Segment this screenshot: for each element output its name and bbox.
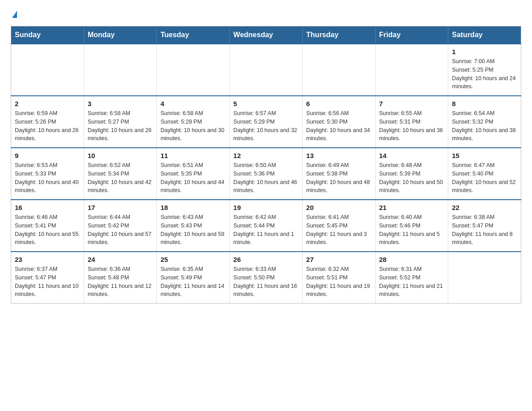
day-info: Sunrise: 6:52 AMSunset: 5:34 PMDaylight:… [88,161,153,195]
day-cell [375,44,448,96]
day-info: Sunrise: 6:37 AMSunset: 5:47 PMDaylight:… [15,265,80,299]
day-info: Sunrise: 6:58 AMSunset: 5:27 PMDaylight:… [88,109,153,143]
day-info: Sunrise: 6:36 AMSunset: 5:48 PMDaylight:… [88,265,153,299]
week-row-4: 16Sunrise: 6:46 AMSunset: 5:41 PMDayligh… [11,200,521,252]
day-cell: 25Sunrise: 6:35 AMSunset: 5:49 PMDayligh… [157,252,230,304]
day-cell: 23Sunrise: 6:37 AMSunset: 5:47 PMDayligh… [11,252,84,304]
day-header-sunday: Sunday [11,26,84,44]
day-info: Sunrise: 6:35 AMSunset: 5:49 PMDaylight:… [160,265,226,299]
day-cell: 8Sunrise: 6:54 AMSunset: 5:32 PMDaylight… [448,96,521,148]
day-header-saturday: Saturday [448,26,521,44]
day-cell: 4Sunrise: 6:58 AMSunset: 5:28 PMDaylight… [157,96,230,148]
day-cell [84,44,157,96]
logo [11,11,17,19]
day-number: 16 [15,204,80,211]
day-header-friday: Friday [375,26,448,44]
week-row-1: 1Sunrise: 7:00 AMSunset: 5:25 PMDaylight… [11,44,521,96]
day-number: 15 [452,152,517,159]
day-cell: 10Sunrise: 6:52 AMSunset: 5:34 PMDayligh… [84,148,157,200]
day-info: Sunrise: 6:49 AMSunset: 5:38 PMDaylight:… [306,161,372,195]
day-number: 19 [233,204,299,211]
day-cell [302,44,375,96]
day-info: Sunrise: 6:57 AMSunset: 5:29 PMDaylight:… [233,109,299,143]
day-cell: 9Sunrise: 6:53 AMSunset: 5:33 PMDaylight… [11,148,84,200]
day-cell [11,44,84,96]
day-number: 25 [160,256,226,263]
day-number: 24 [88,256,153,263]
week-row-3: 9Sunrise: 6:53 AMSunset: 5:33 PMDaylight… [11,148,521,200]
day-number: 28 [379,256,445,263]
day-cell: 21Sunrise: 6:40 AMSunset: 5:46 PMDayligh… [375,200,448,252]
logo-triangle-icon [12,11,17,18]
day-info: Sunrise: 6:55 AMSunset: 5:31 PMDaylight:… [379,109,445,143]
calendar-table: SundayMondayTuesdayWednesdayThursdayFrid… [11,26,521,304]
day-info: Sunrise: 6:33 AMSunset: 5:50 PMDaylight:… [233,265,299,299]
days-of-week-row: SundayMondayTuesdayWednesdayThursdayFrid… [11,26,521,44]
day-header-monday: Monday [84,26,157,44]
day-cell: 27Sunrise: 6:32 AMSunset: 5:51 PMDayligh… [302,252,375,304]
day-info: Sunrise: 6:32 AMSunset: 5:51 PMDaylight:… [306,265,372,299]
day-number: 21 [379,204,445,211]
day-number: 5 [233,100,299,107]
day-number: 14 [379,152,445,159]
day-number: 20 [306,204,372,211]
day-cell: 19Sunrise: 6:42 AMSunset: 5:44 PMDayligh… [230,200,303,252]
day-info: Sunrise: 6:59 AMSunset: 5:26 PMDaylight:… [15,109,80,143]
day-header-thursday: Thursday [302,26,375,44]
day-info: Sunrise: 6:53 AMSunset: 5:33 PMDaylight:… [15,161,80,195]
day-number: 9 [15,152,80,159]
day-number: 26 [233,256,299,263]
day-info: Sunrise: 7:00 AMSunset: 5:25 PMDaylight:… [452,57,517,91]
day-cell: 15Sunrise: 6:47 AMSunset: 5:40 PMDayligh… [448,148,521,200]
day-info: Sunrise: 6:58 AMSunset: 5:28 PMDaylight:… [160,109,226,143]
day-header-wednesday: Wednesday [230,26,303,44]
week-row-2: 2Sunrise: 6:59 AMSunset: 5:26 PMDaylight… [11,96,521,148]
day-cell: 2Sunrise: 6:59 AMSunset: 5:26 PMDaylight… [11,96,84,148]
day-number: 1 [452,48,517,56]
page-header [11,11,521,19]
day-number: 17 [88,204,153,211]
week-row-5: 23Sunrise: 6:37 AMSunset: 5:47 PMDayligh… [11,252,521,304]
day-number: 12 [233,152,299,159]
day-info: Sunrise: 6:44 AMSunset: 5:42 PMDaylight:… [88,213,153,247]
calendar-header: SundayMondayTuesdayWednesdayThursdayFrid… [11,26,521,44]
day-cell: 5Sunrise: 6:57 AMSunset: 5:29 PMDaylight… [230,96,303,148]
day-info: Sunrise: 6:56 AMSunset: 5:30 PMDaylight:… [306,109,372,143]
day-info: Sunrise: 6:50 AMSunset: 5:36 PMDaylight:… [233,161,299,195]
day-cell: 22Sunrise: 6:38 AMSunset: 5:47 PMDayligh… [448,200,521,252]
day-number: 23 [15,256,80,263]
day-number: 10 [88,152,153,159]
day-number: 11 [160,152,226,159]
day-cell [157,44,230,96]
day-info: Sunrise: 6:42 AMSunset: 5:44 PMDaylight:… [233,213,299,247]
day-number: 8 [452,100,517,107]
day-cell: 18Sunrise: 6:43 AMSunset: 5:43 PMDayligh… [157,200,230,252]
day-header-tuesday: Tuesday [157,26,230,44]
day-number: 27 [306,256,372,263]
day-cell: 14Sunrise: 6:48 AMSunset: 5:39 PMDayligh… [375,148,448,200]
day-cell: 28Sunrise: 6:31 AMSunset: 5:52 PMDayligh… [375,252,448,304]
day-cell: 12Sunrise: 6:50 AMSunset: 5:36 PMDayligh… [230,148,303,200]
day-cell: 26Sunrise: 6:33 AMSunset: 5:50 PMDayligh… [230,252,303,304]
day-number: 22 [452,204,517,211]
day-number: 3 [88,100,153,107]
day-number: 7 [379,100,445,107]
day-cell: 6Sunrise: 6:56 AMSunset: 5:30 PMDaylight… [302,96,375,148]
day-cell: 7Sunrise: 6:55 AMSunset: 5:31 PMDaylight… [375,96,448,148]
day-info: Sunrise: 6:54 AMSunset: 5:32 PMDaylight:… [452,109,517,143]
day-info: Sunrise: 6:40 AMSunset: 5:46 PMDaylight:… [379,213,445,247]
day-cell: 24Sunrise: 6:36 AMSunset: 5:48 PMDayligh… [84,252,157,304]
day-cell: 20Sunrise: 6:41 AMSunset: 5:45 PMDayligh… [302,200,375,252]
day-info: Sunrise: 6:41 AMSunset: 5:45 PMDaylight:… [306,213,372,247]
day-cell: 1Sunrise: 7:00 AMSunset: 5:25 PMDaylight… [448,44,521,96]
day-cell [230,44,303,96]
day-cell [448,252,521,304]
day-number: 18 [160,204,226,211]
day-number: 4 [160,100,226,107]
day-info: Sunrise: 6:31 AMSunset: 5:52 PMDaylight:… [379,265,445,299]
day-cell: 17Sunrise: 6:44 AMSunset: 5:42 PMDayligh… [84,200,157,252]
day-cell: 13Sunrise: 6:49 AMSunset: 5:38 PMDayligh… [302,148,375,200]
day-info: Sunrise: 6:46 AMSunset: 5:41 PMDaylight:… [15,213,80,247]
day-number: 13 [306,152,372,159]
day-info: Sunrise: 6:51 AMSunset: 5:35 PMDaylight:… [160,161,226,195]
